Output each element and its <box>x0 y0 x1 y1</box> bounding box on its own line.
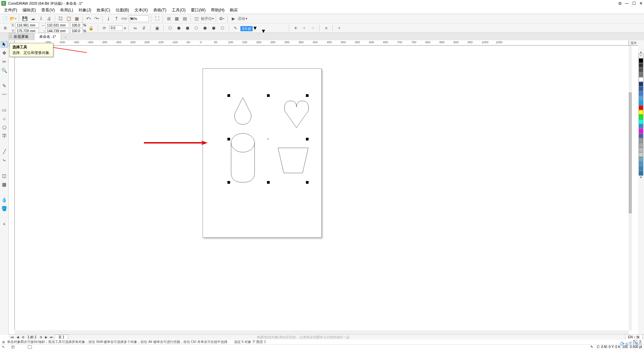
print-icon[interactable]: 🖨 <box>45 15 53 22</box>
page-1-tab[interactable]: 页 1 <box>55 335 68 340</box>
color-swatch[interactable] <box>639 152 643 157</box>
ellipse-tool[interactable]: ○ <box>1 115 8 122</box>
color-indicator[interactable] <box>28 345 32 349</box>
selection-handle-br[interactable] <box>306 181 309 184</box>
color-swatch[interactable] <box>639 138 643 143</box>
add-page-after-icon[interactable]: ⊕ <box>39 335 43 339</box>
add-page-before-icon[interactable]: ⊕ <box>21 335 25 339</box>
copy-icon[interactable]: ⿻ <box>57 15 64 22</box>
launch-icon[interactable]: ▶ <box>230 15 237 22</box>
selection-center[interactable]: × <box>267 137 269 141</box>
add-tab-button[interactable]: + <box>62 34 69 40</box>
menu-buy[interactable]: 购买 <box>227 7 240 13</box>
color-swatch[interactable] <box>639 91 643 96</box>
minimize-icon[interactable]: — <box>625 1 629 6</box>
options-icon[interactable]: ⚙▾ <box>218 15 225 22</box>
trapezoid-shape[interactable] <box>276 146 310 175</box>
weld-icon[interactable]: ⬡ <box>166 24 174 32</box>
expand-toolbox[interactable]: + <box>1 221 8 227</box>
horizontal-ruler[interactable]: -550-500-450-400-350-300-250-200-150-100… <box>15 40 629 46</box>
import-icon[interactable]: ⤓ <box>105 15 112 22</box>
menu-effects[interactable]: 效果(C) <box>94 7 113 13</box>
restore-child-icon[interactable]: ⧉ <box>619 1 622 6</box>
artistic-media-tool[interactable]: 〰 <box>1 91 8 98</box>
dynamic-guides-icon[interactable]: ▤ <box>181 15 189 22</box>
menu-tools[interactable]: 工具(O) <box>169 7 188 13</box>
new-doc-icon[interactable]: 📄 <box>1 15 9 22</box>
menu-window[interactable]: 窗口(W) <box>188 7 208 13</box>
clipboard-icon[interactable]: ▦ <box>73 15 80 22</box>
save-icon[interactable]: 💾 <box>21 15 29 22</box>
language-indicator[interactable]: EN ♪ 简 <box>625 334 643 340</box>
color-swatch[interactable] <box>639 129 643 133</box>
canvas[interactable]: × <box>15 46 629 330</box>
selection-handle-tl[interactable] <box>227 94 230 97</box>
drop-shadow-tool[interactable]: ◫ <box>1 172 8 179</box>
mirror-v-icon[interactable]: ⇵ <box>140 24 148 32</box>
menu-help[interactable]: 帮助(H) <box>208 7 227 13</box>
selection-handle-ml[interactable] <box>227 138 230 140</box>
selection-handle-tc[interactable] <box>267 94 270 97</box>
prev-page-icon[interactable]: ◀ <box>15 335 20 339</box>
menu-bitmap[interactable]: 位图(B) <box>113 7 132 13</box>
to-front-icon[interactable]: ▣ <box>153 24 161 32</box>
tab-document[interactable]: 未命名 -1* <box>34 33 61 40</box>
launch-label[interactable]: 启动 <box>238 16 245 21</box>
effects-icon[interactable]: ✦ <box>301 24 308 32</box>
color-swatch[interactable] <box>639 63 643 68</box>
align-icon[interactable]: ≡ <box>322 24 330 32</box>
vertical-ruler[interactable] <box>9 46 15 330</box>
transparency-tool[interactable]: ▩ <box>1 181 8 188</box>
rectangle-tool[interactable]: ▭ <box>1 107 8 113</box>
dropdown-arrow-icon[interactable]: ▾ <box>212 17 214 20</box>
redo-icon[interactable]: ↷▾ <box>93 15 100 22</box>
intersect-icon[interactable]: ⬣ <box>184 24 191 32</box>
heart-shape[interactable] <box>281 98 312 131</box>
crop-tool[interactable]: ✂ <box>1 58 8 65</box>
export-icon[interactable]: ⤒ <box>113 15 120 22</box>
snap-label[interactable]: 贴齐(I) <box>201 16 212 21</box>
palette-scroll-down[interactable]: ▼ <box>640 176 643 179</box>
outline-pen-icon[interactable]: ✎ <box>590 345 593 349</box>
freehand-tool[interactable]: ✎ <box>1 82 8 89</box>
eyedropper-tool[interactable]: 💧 <box>1 196 8 203</box>
paste-icon[interactable]: 📋 <box>65 15 72 22</box>
effects2-icon[interactable]: ✧ <box>309 24 317 32</box>
text-tool[interactable]: 字 <box>1 133 8 139</box>
color-swatch[interactable] <box>639 148 643 152</box>
lock-ratio-icon[interactable]: 🔒 <box>88 24 95 32</box>
menu-file[interactable]: 文件(F) <box>1 7 20 13</box>
grid-icon[interactable]: ⊞ <box>165 15 172 22</box>
cloud-down-icon[interactable]: ⇩ <box>37 15 45 22</box>
color-swatch[interactable] <box>639 166 643 171</box>
zoom-combo[interactable]: 58% ▼ <box>129 15 149 22</box>
color-swatch[interactable] <box>639 77 643 82</box>
rotation-input[interactable] <box>109 25 123 31</box>
dropdown-arrow-icon[interactable]: ▾ <box>246 17 247 20</box>
palette-scroll-up[interactable]: ▲ <box>640 50 643 54</box>
color-swatch[interactable] <box>639 157 643 162</box>
mirror-h-icon[interactable]: ⇋ <box>131 24 139 32</box>
menu-text[interactable]: 文本(X) <box>132 7 151 13</box>
trim-icon[interactable]: ⬢ <box>175 24 182 32</box>
first-page-icon[interactable]: ⏮ <box>10 335 15 339</box>
no-fill-swatch[interactable] <box>639 54 643 58</box>
cloud-up-icon[interactable]: ☁ <box>29 15 37 22</box>
color-swatch[interactable] <box>639 115 643 119</box>
x-position-input[interactable] <box>15 22 39 28</box>
menu-object[interactable]: 对象(J) <box>76 7 94 13</box>
wrap-text-icon[interactable]: ☀ <box>292 24 299 32</box>
front-minus-back-icon[interactable]: ⬢ <box>201 24 209 32</box>
menu-table[interactable]: 表格(T) <box>151 7 169 13</box>
back-minus-front-icon[interactable]: ⬣ <box>210 24 217 32</box>
color-swatch[interactable] <box>639 96 643 101</box>
parallel-dim-tool[interactable]: ╱ <box>1 148 8 155</box>
color-swatch[interactable] <box>639 119 643 124</box>
undo-icon[interactable]: ↶▾ <box>85 15 92 22</box>
shape-tool[interactable]: ✥ <box>1 50 8 56</box>
last-page-icon[interactable]: ⏭ <box>49 335 54 339</box>
outline-pen-icon[interactable]: ✎ <box>232 24 239 32</box>
color-swatch[interactable] <box>639 133 643 138</box>
selection-handle-tr[interactable] <box>306 94 309 97</box>
open-icon[interactable]: 📂▾ <box>9 15 17 22</box>
